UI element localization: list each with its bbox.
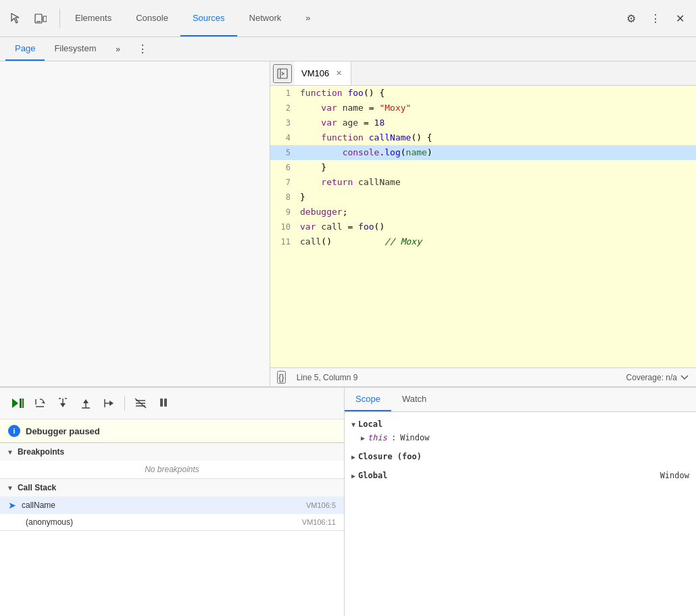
coverage-label: Coverage: n/a bbox=[626, 373, 677, 382]
call-stack-location-1: VM106:11 bbox=[302, 518, 336, 526]
deactivate-breakpoints-button[interactable] bbox=[130, 393, 151, 413]
breakpoints-header[interactable]: ▼ Breakpoints bbox=[0, 443, 344, 461]
scope-content: ▼ Local ▶ this : Window ▶ Closure (foo) bbox=[345, 412, 696, 616]
status-bar: {} Line 5, Column 9 Coverage: n/a bbox=[270, 367, 696, 386]
breakpoints-body: No breakpoints bbox=[0, 461, 344, 478]
tab-filesystem[interactable]: Filesystem bbox=[45, 37, 105, 61]
panel-menu-icon[interactable]: ⋮ bbox=[132, 38, 153, 60]
scope-global: ▶ Global Window bbox=[345, 466, 696, 485]
active-frame-arrow: ➤ bbox=[8, 500, 16, 511]
file-tab-vm106[interactable]: VM106 ✕ bbox=[295, 61, 351, 85]
call-stack-item-1[interactable]: (anonymous) VM106:11 bbox=[0, 514, 344, 530]
svg-marker-5 bbox=[12, 399, 18, 408]
toolbar-divider bbox=[59, 9, 60, 28]
file-tab-close-button[interactable]: ✕ bbox=[333, 68, 344, 79]
panel-tabs-more: » ⋮ bbox=[107, 38, 153, 60]
global-triangle: ▶ bbox=[351, 472, 355, 480]
call-stack-item-0[interactable]: ➤ callName VM106:5 bbox=[0, 496, 344, 514]
settings-icon[interactable]: ⚙ bbox=[620, 7, 642, 29]
local-label: Local bbox=[358, 419, 382, 429]
step-into-button[interactable] bbox=[53, 393, 73, 413]
scope-closure-header[interactable]: ▶ Closure (foo) bbox=[345, 450, 696, 463]
closure-label: Closure (foo) bbox=[358, 452, 422, 461]
this-value: Window bbox=[400, 433, 429, 442]
call-stack-location-0: VM106:5 bbox=[306, 501, 336, 509]
pause-on-exceptions-button[interactable] bbox=[153, 393, 174, 413]
debugger-toolbar bbox=[0, 388, 344, 419]
devtools-controls bbox=[5, 7, 51, 29]
tab-scope[interactable]: Scope bbox=[345, 388, 391, 411]
code-line-4: 4 function callName() { bbox=[270, 130, 696, 145]
breakpoints-label: Breakpoints bbox=[18, 447, 64, 457]
info-icon: i bbox=[8, 425, 20, 437]
resume-button[interactable] bbox=[7, 393, 27, 413]
scope-tabs: Scope Watch bbox=[345, 388, 696, 412]
more-options-icon[interactable]: ⋮ bbox=[645, 7, 666, 29]
code-line-10: 10 var call = foo() bbox=[270, 220, 696, 234]
scope-local-header[interactable]: ▼ Local bbox=[345, 417, 696, 431]
top-tabs: Elements Console Sources Network » bbox=[63, 0, 323, 36]
editor-area: VM106 ✕ 1 function foo() { 2 var name = … bbox=[270, 61, 696, 386]
svg-marker-15 bbox=[83, 399, 89, 403]
call-stack-name-1: (anonymous) bbox=[26, 517, 297, 527]
tab-network[interactable]: Network bbox=[237, 0, 294, 36]
no-breakpoints-label: No breakpoints bbox=[145, 465, 199, 474]
tab-sources[interactable]: Sources bbox=[180, 0, 237, 36]
code-line-11: 11 call() // Moxy bbox=[270, 234, 696, 249]
tab-more[interactable]: » bbox=[293, 0, 322, 36]
debugger-paused-label: Debugger paused bbox=[26, 426, 100, 436]
tab-watch[interactable]: Watch bbox=[391, 388, 437, 411]
code-line-3: 3 var age = 18 bbox=[270, 116, 696, 130]
code-line-2: 2 var name = "Moxy" bbox=[270, 101, 696, 116]
closure-triangle: ▶ bbox=[351, 453, 355, 461]
this-key: this bbox=[368, 433, 387, 442]
top-bar-right: ⚙ ⋮ ✕ bbox=[620, 7, 691, 29]
svg-rect-7 bbox=[22, 399, 24, 408]
debugger-paused-banner: i Debugger paused bbox=[0, 419, 344, 443]
svg-rect-26 bbox=[164, 399, 167, 407]
call-stack-items: ➤ callName VM106:5 (anonymous) VM106:11 bbox=[0, 496, 344, 530]
tab-page[interactable]: Page bbox=[5, 37, 45, 61]
call-stack-label: Call Stack bbox=[18, 483, 56, 492]
svg-marker-11 bbox=[60, 403, 66, 407]
bottom-panel: i Debugger paused ▼ Breakpoints No break… bbox=[0, 386, 696, 616]
this-triangle: ▶ bbox=[361, 434, 365, 442]
local-triangle: ▼ bbox=[351, 421, 355, 428]
scope-local: ▼ Local ▶ this : Window bbox=[345, 415, 696, 447]
breakpoints-section: ▼ Breakpoints No breakpoints bbox=[0, 443, 344, 479]
coverage-icon bbox=[680, 373, 689, 382]
coverage-button[interactable]: Coverage: n/a bbox=[626, 373, 689, 382]
code-editor[interactable]: 1 function foo() { 2 var name = "Moxy" 3… bbox=[270, 86, 696, 367]
file-tab-bar: VM106 ✕ bbox=[270, 61, 696, 86]
panel-tabs-bar: Page Filesystem » ⋮ bbox=[0, 37, 696, 61]
cursor-icon[interactable] bbox=[5, 7, 27, 29]
global-value: Window bbox=[660, 471, 689, 480]
tab-elements[interactable]: Elements bbox=[63, 0, 124, 36]
svg-rect-25 bbox=[160, 399, 163, 407]
close-devtools-button[interactable]: ✕ bbox=[669, 7, 691, 29]
toolbar-divider-2 bbox=[124, 396, 125, 411]
tab-console[interactable]: Console bbox=[124, 0, 180, 36]
code-line-8: 8 } bbox=[270, 190, 696, 205]
scope-global-header[interactable]: ▶ Global Window bbox=[345, 469, 696, 482]
code-line-5: 5 console.log(name) bbox=[270, 145, 696, 160]
scope-closure: ▶ Closure (foo) bbox=[345, 447, 696, 466]
cursor-position: Line 5, Column 9 bbox=[297, 373, 358, 382]
format-code-button[interactable]: {} bbox=[277, 371, 286, 384]
call-stack-section: ▼ Call Stack ➤ callName VM106:5 (anonymo… bbox=[0, 479, 344, 531]
call-stack-triangle: ▼ bbox=[7, 484, 14, 492]
scope-local-this[interactable]: ▶ this : Window bbox=[345, 431, 696, 444]
svg-marker-8 bbox=[41, 401, 45, 405]
code-line-9: 9 debugger; bbox=[270, 205, 696, 220]
step-over-button[interactable] bbox=[30, 393, 50, 413]
code-line-1: 1 function foo() { bbox=[270, 86, 696, 101]
bottom-left-panel: i Debugger paused ▼ Breakpoints No break… bbox=[0, 388, 345, 616]
call-stack-header[interactable]: ▼ Call Stack bbox=[0, 479, 344, 496]
panel-tabs-more-icon[interactable]: » bbox=[107, 38, 129, 60]
step-button[interactable] bbox=[99, 393, 119, 413]
code-line-7: 7 return callName bbox=[270, 175, 696, 190]
call-stack-name-0: callName bbox=[22, 500, 301, 510]
step-out-button[interactable] bbox=[76, 393, 96, 413]
collapse-sidebar-button[interactable] bbox=[273, 64, 292, 83]
device-toggle-icon[interactable] bbox=[30, 7, 51, 29]
